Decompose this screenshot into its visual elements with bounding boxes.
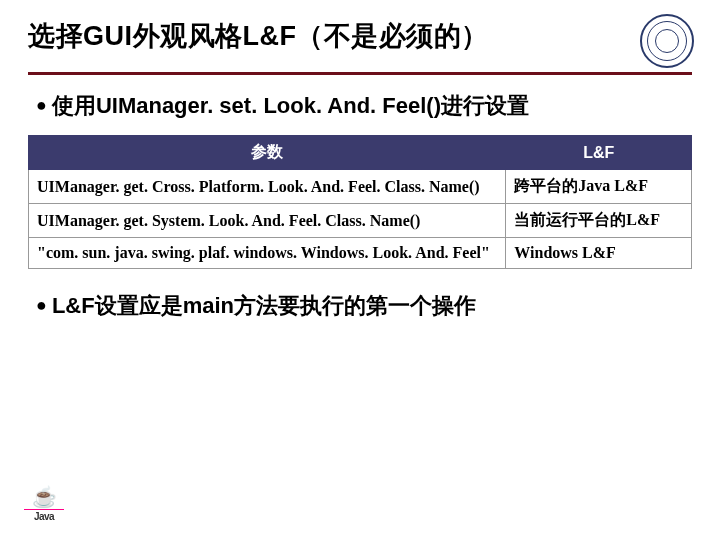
university-seal-icon — [640, 14, 694, 68]
table-cell-lf: 跨平台的Java L&F — [506, 170, 692, 204]
table-cell-param: UIManager. get. System. Look. And. Feel.… — [29, 204, 506, 238]
slide-title: 选择GUI外观风格L&F（不是必须的） — [28, 18, 489, 60]
seal-inner-ring-icon — [655, 29, 679, 53]
lookandfeel-table: 参数 L&F UIManager. get. Cross. Platform. … — [28, 135, 692, 269]
table-cell-param: UIManager. get. Cross. Platform. Look. A… — [29, 170, 506, 204]
slide: 选择GUI外观风格L&F（不是必须的） 使用UIManager. set. Lo… — [0, 0, 720, 540]
bullet-usage: 使用UIManager. set. Look. And. Feel()进行设置 — [36, 91, 692, 121]
table-row: UIManager. get. System. Look. And. Feel.… — [29, 204, 692, 238]
title-row: 选择GUI外观风格L&F（不是必须的） — [28, 18, 692, 68]
table-cell-param: "com. sun. java. swing. plaf. windows. W… — [29, 238, 506, 269]
title-divider — [28, 72, 692, 75]
java-logo-text: Java — [24, 509, 64, 522]
table-row: "com. sun. java. swing. plaf. windows. W… — [29, 238, 692, 269]
bullet-note: L&F设置应是main方法要执行的第一个操作 — [36, 291, 692, 321]
table-cell-lf: 当前运行平台的L&F — [506, 204, 692, 238]
java-logo: ☕ Java — [24, 487, 64, 522]
table-header-param: 参数 — [29, 136, 506, 170]
table-header-row: 参数 L&F — [29, 136, 692, 170]
table-header-lf: L&F — [506, 136, 692, 170]
table-cell-lf: Windows L&F — [506, 238, 692, 269]
table-row: UIManager. get. Cross. Platform. Look. A… — [29, 170, 692, 204]
java-cup-icon: ☕ — [24, 487, 64, 507]
